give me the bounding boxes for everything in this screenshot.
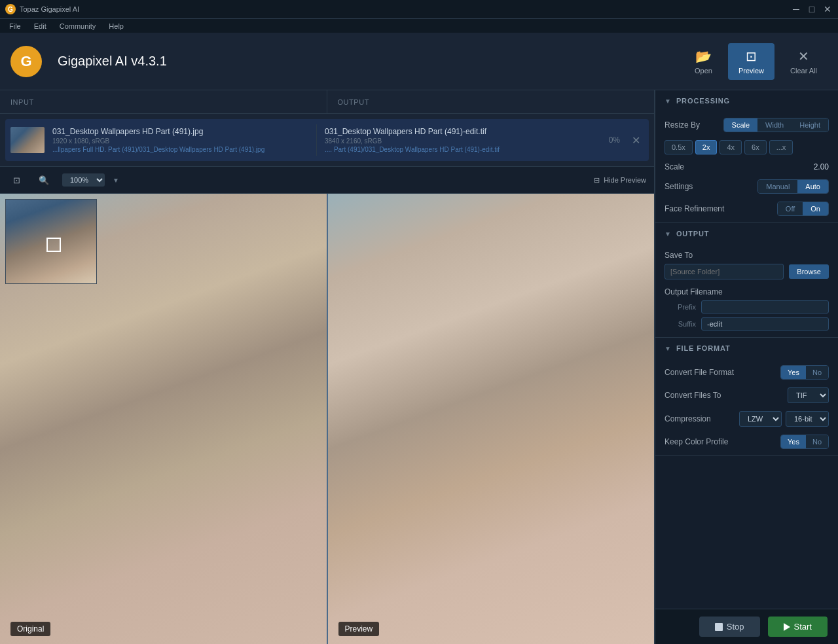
convert-format-toggle: Yes No [780, 365, 829, 380]
keep-color-row: Keep Color Profile Yes No [665, 435, 829, 449]
bottom-bar: Stop Start [655, 609, 838, 644]
convert-format-row: Convert File Format Yes No [665, 365, 829, 380]
auto-toggle-btn[interactable]: Auto [797, 180, 828, 193]
bit-depth-select[interactable]: 16-bit 8-bit [786, 411, 829, 427]
file-format-section: ▼ FILE FORMAT Convert File Format Yes No… [655, 338, 838, 456]
suffix-row: Suffix [665, 317, 829, 331]
open-label: Open [695, 67, 712, 75]
browse-button[interactable]: Browse [789, 264, 829, 279]
fit-view-button[interactable]: ⊡ [8, 173, 26, 188]
suffix-input[interactable] [701, 317, 829, 331]
prefix-label: Prefix [665, 303, 696, 311]
left-panel: INPUT OUTPUT 031_Desktop Wallpapers HD P… [0, 90, 655, 644]
menu-help[interactable]: Help [102, 21, 130, 31]
app-title: Gigapixel AI v4.3.1 [58, 54, 674, 69]
preview-label: Preview [738, 67, 764, 75]
open-icon: 📂 [695, 48, 712, 64]
keep-color-toggle: Yes No [780, 435, 829, 449]
scale-custom-button[interactable]: ...x [769, 140, 793, 154]
output-section-header[interactable]: ▼ OUTPUT [655, 223, 838, 244]
file-list: 031_Desktop Wallpapers HD Part (491).jpg… [0, 114, 654, 166]
height-toggle-btn[interactable]: Height [792, 118, 828, 132]
start-button[interactable]: Start [768, 617, 828, 637]
file-format-section-body: Convert File Format Yes No Convert Files… [655, 359, 838, 456]
main-toolbar: G Gigapixel AI v4.3.1 📂 Open ⊡ Preview ✕… [0, 33, 838, 90]
minimap-image [6, 200, 96, 283]
scale-6x-button[interactable]: 6x [744, 140, 767, 154]
output-section-title: OUTPUT [676, 230, 710, 238]
output-filename-label: Output Filename [665, 287, 723, 296]
minimap-crosshair [46, 238, 61, 252]
zoom-button[interactable]: 🔍 [33, 173, 54, 188]
scale-val-display: 2.00 [814, 162, 829, 171]
file-format-section-title: FILE FORMAT [676, 344, 731, 352]
output-col-header: OUTPUT [327, 90, 655, 113]
output-filename: 031_Desktop Wallpapers HD Part (491)-edi… [325, 127, 581, 136]
convert-no-button[interactable]: No [806, 366, 828, 379]
save-to-input[interactable] [665, 264, 784, 279]
manual-toggle-btn[interactable]: Manual [758, 180, 797, 193]
processing-section-body: Resize By Scale Width Height 0.5x 2x 4x … [655, 111, 838, 223]
open-button[interactable]: 📂 Open [684, 43, 723, 80]
file-remove-button[interactable]: ✕ [628, 132, 644, 148]
stop-button[interactable]: Stop [699, 617, 760, 637]
maximize-button[interactable]: □ [807, 4, 817, 14]
preview-label: Preview [338, 622, 380, 636]
format-select[interactable]: TIF JPG PNG DNG [788, 387, 829, 403]
processing-chevron-icon: ▼ [665, 98, 671, 105]
output-section-body: Save To Browse Output Filename Prefix [655, 244, 838, 337]
preview-icon: ⊡ [746, 48, 757, 64]
close-button[interactable]: ✕ [822, 4, 833, 14]
preview-minimap[interactable] [5, 199, 97, 284]
keep-color-yes-button[interactable]: Yes [781, 435, 806, 448]
keep-color-no-button[interactable]: No [806, 435, 828, 448]
scale-0-5x-button[interactable]: 0.5x [665, 140, 693, 154]
processing-section-title: PROCESSING [676, 97, 730, 105]
face-ref-off-button[interactable]: Off [778, 202, 803, 215]
thumbnail-image [10, 127, 45, 153]
hide-preview-icon: ⊟ [594, 176, 600, 185]
stop-label: Stop [727, 622, 744, 632]
input-path: ...llpapers Full HD. Part (491)/031_Desk… [52, 146, 308, 153]
face-ref-on-button[interactable]: On [803, 202, 828, 215]
minimize-button[interactable]: ─ [791, 4, 801, 14]
processing-section-header[interactable]: ▼ PROCESSING [655, 90, 838, 111]
input-filename: 031_Desktop Wallpapers HD Part (491).jpg [52, 127, 308, 136]
menubar: File Edit Community Help [0, 18, 838, 33]
width-toggle-btn[interactable]: Width [757, 118, 792, 132]
file-thumbnail [10, 127, 45, 153]
save-to-row: Browse [665, 264, 829, 279]
compression-select[interactable]: LZW None ZIP [739, 411, 782, 427]
processing-section: ▼ PROCESSING Resize By Scale Width Heigh… [655, 90, 838, 223]
clear-all-button[interactable]: ✕ Clear All [780, 43, 828, 80]
keep-color-label: Keep Color Profile [665, 437, 728, 446]
ai-preview: Preview [328, 194, 655, 644]
file-format-chevron-icon: ▼ [665, 345, 671, 352]
convert-format-label: Convert File Format [665, 368, 734, 377]
file-format-section-header[interactable]: ▼ FILE FORMAT [655, 338, 838, 359]
app-icon: G [5, 4, 16, 14]
zoom-select[interactable]: 100% 50% 200% [62, 173, 105, 187]
prefix-input[interactable] [701, 300, 829, 313]
menu-community[interactable]: Community [53, 21, 103, 31]
stop-icon [715, 623, 723, 631]
convert-yes-button[interactable]: Yes [781, 366, 806, 379]
titlebar-left: G Topaz Gigapixel AI [5, 4, 79, 14]
scale-4x-button[interactable]: 4x [720, 140, 742, 154]
convert-to-label: Convert Files To [665, 391, 721, 400]
hide-preview-label: Hide Preview [604, 176, 646, 184]
toolbar-buttons: 📂 Open ⊡ Preview ✕ Clear All [684, 43, 828, 80]
clear-all-label: Clear All [790, 67, 817, 75]
table-row: 031_Desktop Wallpapers HD Part (491).jpg… [5, 119, 649, 161]
clear-all-icon: ✕ [798, 48, 809, 64]
scale-2x-button[interactable]: 2x [695, 140, 718, 154]
right-panel-spacer [655, 456, 838, 609]
menu-file[interactable]: File [3, 21, 27, 31]
hide-preview-button[interactable]: ⊟ Hide Preview [594, 176, 646, 185]
output-filename-section: Output Filename Prefix Suffix [665, 287, 829, 331]
scale-buttons-row: 0.5x 2x 4x 6x ...x [665, 140, 829, 154]
menu-edit[interactable]: Edit [27, 21, 53, 31]
preview-button[interactable]: ⊡ Preview [728, 43, 774, 80]
zoom-arrow: ▼ [113, 177, 119, 184]
scale-toggle-btn[interactable]: Scale [724, 118, 758, 132]
